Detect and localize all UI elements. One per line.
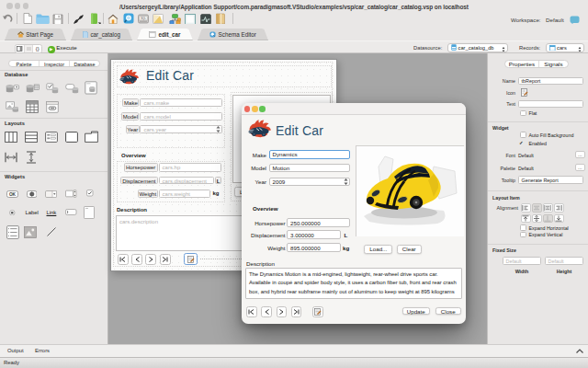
- svg-text:SQL: SQL: [141, 17, 146, 20]
- svg-text:OK: OK: [8, 192, 16, 197]
